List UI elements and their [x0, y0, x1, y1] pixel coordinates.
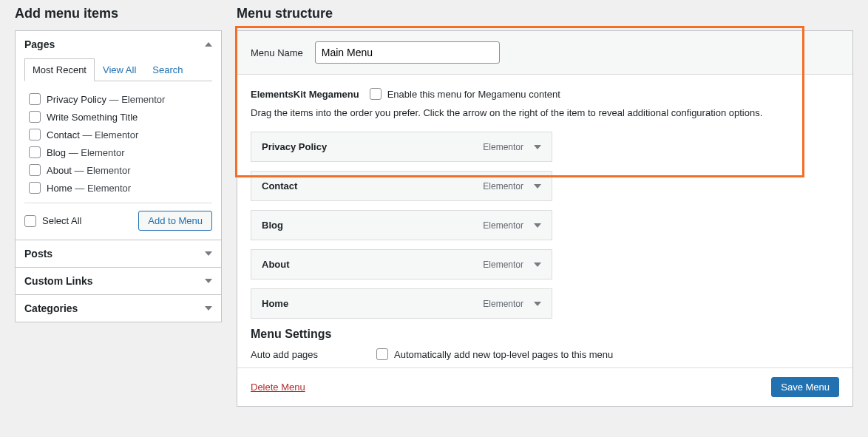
menu-item[interactable]: Home Elementor [251, 288, 552, 319]
select-all-wrap: Select All [24, 215, 81, 227]
postbox-posts-title: Posts [24, 248, 52, 260]
checkbox[interactable] [29, 146, 41, 158]
megamenu-checkbox-label: Enable this menu for Megamenu content [387, 89, 560, 100]
postbox-categories-title: Categories [24, 302, 78, 314]
megamenu-title: ElementsKit Megamenu [251, 89, 359, 100]
auto-add-checkbox-label: Automatically add new top-level pages to… [394, 349, 613, 360]
menu-item-controls: Elementor [483, 299, 541, 309]
list-item: Write Something Title [29, 108, 211, 126]
collapse-icon [205, 42, 212, 47]
menu-item[interactable]: Contact Elementor [251, 171, 552, 201]
add-to-menu-button[interactable]: Add to Menu [138, 211, 212, 231]
menu-item-title: Home [262, 298, 288, 309]
postbox-custom-links-title: Custom Links [24, 275, 93, 287]
postbox-pages-title: Pages [24, 38, 55, 50]
megamenu-checkbox[interactable] [370, 88, 382, 100]
pages-controls: Select All Add to Menu [24, 203, 212, 231]
page-item-label: Write Something Title [47, 112, 138, 123]
menu-name-input[interactable] [315, 41, 500, 64]
menu-item-type: Elementor [483, 299, 523, 309]
menu-item[interactable]: About Elementor [251, 249, 552, 280]
menu-item-controls: Elementor [483, 181, 541, 192]
menu-item-type: Elementor [483, 220, 523, 231]
postbox-custom-links-header[interactable]: Custom Links [16, 268, 221, 294]
menu-name-label: Menu Name [251, 47, 303, 58]
chevron-down-icon[interactable] [534, 184, 541, 189]
tab-view-all[interactable]: View All [95, 58, 144, 81]
checkbox[interactable] [29, 164, 41, 176]
chevron-down-icon[interactable] [534, 302, 541, 306]
menu-item-bar[interactable]: Contact Elementor [251, 172, 552, 200]
page-item-label: Privacy Policy — Elementor [47, 94, 165, 105]
chevron-down-icon[interactable] [534, 262, 541, 267]
megamenu-row: ElementsKit Megamenu Enable this menu fo… [251, 88, 839, 100]
checkbox[interactable] [29, 182, 41, 194]
postbox-pages-header[interactable]: Pages [16, 31, 221, 58]
menu-item-title: Contact [262, 180, 297, 192]
menu-item-controls: Elementor [483, 142, 541, 152]
auto-add-field: Automatically add new top-level pages to… [376, 348, 839, 360]
menu-item-bar[interactable]: Home Elementor [251, 289, 552, 318]
menu-item-type: Elementor [483, 142, 523, 152]
metabox-sidebar: Pages Most Recent View All Search Privac… [15, 30, 222, 322]
list-item: Home — Elementor [29, 179, 211, 197]
menu-edit-header: Menu Name [237, 31, 852, 75]
menu-item-type: Elementor [483, 181, 523, 192]
select-all-checkbox[interactable] [24, 215, 36, 227]
instructions-text: Drag the items into the order you prefer… [251, 107, 839, 118]
chevron-down-icon[interactable] [534, 145, 541, 149]
menu-item[interactable]: Blog Elementor [251, 210, 552, 240]
expand-icon [205, 279, 212, 283]
chevron-down-icon[interactable] [534, 223, 541, 228]
menu-item-bar[interactable]: About Elementor [251, 250, 552, 279]
postbox-posts-header[interactable]: Posts [16, 240, 221, 267]
menu-item-bar[interactable]: Privacy Policy Elementor [251, 132, 552, 161]
delete-menu-link[interactable]: Delete Menu [251, 382, 305, 393]
megamenu-check-wrap: Enable this menu for Megamenu content [370, 88, 560, 100]
list-item: Contact — Elementor [29, 126, 211, 143]
expand-icon [205, 251, 212, 256]
checkbox[interactable] [29, 111, 41, 123]
postbox-categories-header[interactable]: Categories [16, 295, 221, 322]
pages-list: Privacy Policy — Elementor Write Somethi… [24, 87, 212, 203]
postbox-pages: Pages Most Recent View All Search Privac… [16, 31, 221, 240]
tab-most-recent[interactable]: Most Recent [24, 58, 95, 81]
tab-search[interactable]: Search [144, 58, 191, 81]
menu-body: ElementsKit Megamenu Enable this menu fo… [237, 75, 852, 367]
postbox-posts: Posts [16, 240, 221, 268]
menu-item-type: Elementor [483, 260, 523, 270]
menu-item-bar[interactable]: Blog Elementor [251, 211, 552, 240]
add-menu-items-heading: Add menu items [15, 6, 222, 21]
checkbox[interactable] [29, 129, 41, 140]
list-item: Privacy Policy — Elementor [29, 90, 211, 108]
checkbox[interactable] [29, 93, 41, 105]
save-menu-button[interactable]: Save Menu [771, 377, 839, 397]
page-item-label: About — Elementor [47, 165, 130, 176]
page-item-label: Home — Elementor [47, 183, 131, 194]
auto-add-label: Auto add pages [251, 349, 362, 360]
page-item-label: Blog — Elementor [47, 147, 125, 158]
menu-item-title: Blog [262, 220, 283, 231]
auto-add-checkbox[interactable] [376, 348, 388, 360]
pages-tabs: Most Recent View All Search [24, 58, 212, 81]
menu-structure-heading: Menu structure [237, 6, 853, 21]
menu-footer: Delete Menu Save Menu [237, 367, 852, 406]
list-item: Blog — Elementor [29, 143, 211, 161]
menu-item-controls: Elementor [483, 220, 541, 231]
postbox-pages-body: Most Recent View All Search Privacy Poli… [16, 58, 221, 240]
menu-items-list: Privacy Policy Elementor Contact Element… [251, 132, 839, 319]
menu-item-title: Privacy Policy [262, 141, 327, 152]
expand-icon [205, 306, 212, 311]
auto-add-row: Auto add pages Automatically add new top… [251, 348, 839, 360]
menu-item-title: About [262, 259, 290, 270]
postbox-custom-links: Custom Links [16, 268, 221, 295]
page-item-label: Contact — Elementor [47, 129, 138, 140]
menu-item[interactable]: Privacy Policy Elementor [251, 132, 552, 162]
select-all-label: Select All [42, 215, 81, 226]
menu-item-controls: Elementor [483, 260, 541, 270]
menu-settings-heading: Menu Settings [251, 328, 839, 341]
postbox-categories: Categories [16, 295, 221, 322]
menu-edit-panel: Menu Name ElementsKit Megamenu Enable th… [237, 30, 853, 407]
list-item: About — Elementor [29, 161, 211, 179]
